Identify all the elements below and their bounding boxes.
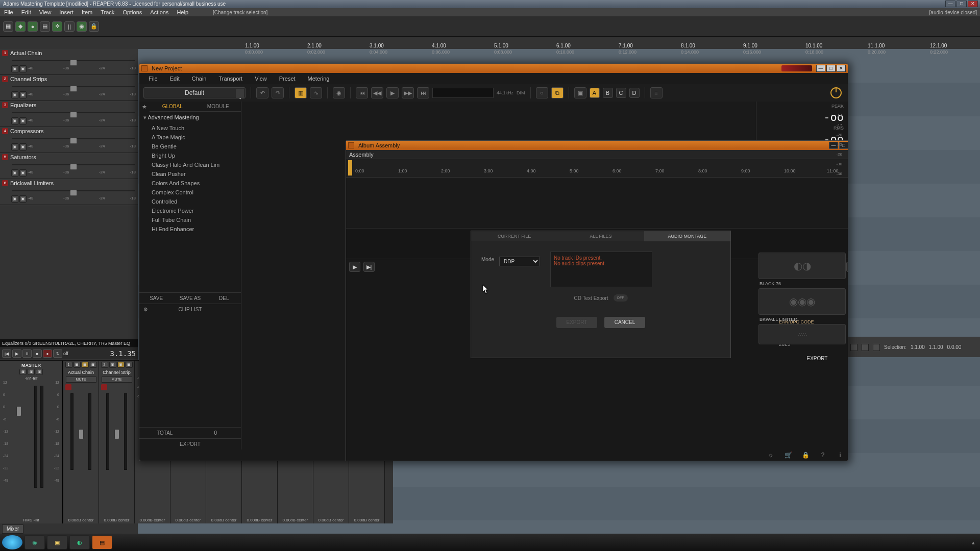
sidebar-item[interactable]: Classy Halo And Clean Lim (139, 160, 241, 169)
wave-toggle[interactable]: ∿ (310, 87, 322, 98)
menu-item[interactable]: Item (78, 9, 96, 15)
delete-button[interactable]: DEL (207, 293, 241, 304)
taskbar[interactable]: ◉ ▣ ◐ ▤ ▴ (0, 534, 980, 551)
solo-button[interactable]: ▣ (19, 91, 27, 98)
dlg-tab-all[interactable]: ALL FILES (557, 231, 644, 241)
taskbar-chrome[interactable]: ◉ (24, 535, 45, 549)
menu-track[interactable]: Track (96, 9, 118, 15)
sidebar-item[interactable]: Be Gentle (139, 142, 241, 151)
cdtext-toggle[interactable]: OFF (614, 294, 628, 302)
help-icon[interactable]: ? (819, 452, 826, 459)
assembly-timeline[interactable]: 0:001:002:003:004:005:006:007:008:009:00… (346, 159, 848, 178)
close-button[interactable]: ✕ (968, 1, 978, 7)
plugin-minimize[interactable]: — (816, 65, 825, 72)
sidebar-item[interactable]: Clean Pusher (139, 169, 241, 179)
sidebar-item[interactable]: A New Touch (139, 123, 241, 133)
sel-c[interactable]: 0.0.00 (947, 344, 962, 350)
preset-select[interactable]: Default ▴▾ (143, 87, 246, 98)
lock-icon[interactable]: 🔒 (89, 21, 99, 32)
mode-select[interactable]: DDP (499, 257, 540, 266)
mixer-channel[interactable]: 2▣▣▣Channel StripMUTE0.00dB center (99, 361, 135, 523)
chevron-up-icon[interactable]: ▴ (236, 89, 244, 93)
assembly-track-area[interactable] (346, 178, 848, 229)
list-button[interactable]: ≡ (650, 87, 663, 98)
plug-menu-chain[interactable]: Chain (187, 74, 212, 83)
favorite-icon[interactable]: ★ (139, 102, 150, 112)
volume-fader[interactable] (70, 164, 77, 170)
dlg-tab-montage[interactable]: AUDIO MONTAGE (644, 231, 730, 241)
plugin-maximize[interactable]: □ (826, 65, 836, 72)
prev[interactable]: ◀◀ (371, 87, 383, 98)
toolbar-btn[interactable]: ◆ (15, 21, 26, 32)
plugin-titlebar[interactable]: New Project — □ ✕ (139, 64, 848, 73)
plugin-close[interactable]: ✕ (837, 65, 846, 72)
skip-start[interactable]: ⏮ (356, 87, 368, 98)
sidebar-item[interactable]: Colors And Shapes (139, 179, 241, 188)
transport-pause[interactable]: ⏸ (22, 349, 32, 358)
solo-button[interactable]: ▣ (19, 143, 27, 151)
info-export[interactable]: EXPORT (779, 354, 848, 363)
ab-d[interactable]: D (629, 88, 640, 98)
sidebar-item[interactable]: Electronic Power (139, 206, 241, 215)
mixer-tab[interactable]: Mixer (2, 524, 23, 534)
toolbar-btn[interactable]: || (64, 21, 75, 32)
info-icon[interactable]: i (837, 452, 844, 459)
module-thumb[interactable]: ◉◉◉ (758, 288, 846, 315)
toolbar-btn[interactable]: ▦ (3, 21, 13, 32)
taskbar-app[interactable]: ▤ (92, 535, 112, 549)
transport-start[interactable]: |◀ (2, 349, 11, 358)
chevron-down-icon[interactable]: ▾ (236, 93, 244, 98)
module-thumb[interactable]: ∴∵∴ (758, 324, 846, 344)
toolbar-btn[interactable]: ✲ (52, 21, 62, 32)
lock-icon[interactable]: 🔒 (802, 452, 809, 459)
dlg-export-button[interactable]: EXPORT (556, 317, 597, 328)
sidebar-item[interactable]: Controlled (139, 197, 241, 206)
channel-fader[interactable] (79, 429, 84, 439)
taskbar-app[interactable]: ◐ (69, 535, 90, 549)
ab-b[interactable]: B (603, 88, 613, 98)
save-button[interactable]: SAVE (139, 293, 173, 304)
mute-button[interactable]: ▣ (11, 195, 18, 203)
sidebar-item[interactable]: A Tape Magic (139, 133, 241, 142)
ab-c[interactable]: C (616, 88, 626, 98)
menu-actions[interactable]: Actions (146, 9, 173, 15)
assembly-titlebar[interactable]: Album Assembly — □ ✕ (346, 141, 848, 150)
sidebar-item[interactable]: Bright Up (139, 151, 241, 160)
module-thumb[interactable]: ◐◑ (758, 253, 846, 279)
mute-button[interactable]: ▣ (11, 65, 18, 72)
solo-button[interactable]: ▣ (19, 195, 27, 203)
zoom-out[interactable]: − (846, 262, 848, 272)
track-header[interactable]: 6Brickwall Limiters▣▣-48-36-24-18 (0, 179, 138, 205)
solo-button[interactable]: ▣ (19, 169, 27, 177)
transport-off[interactable]: off (63, 351, 68, 356)
link-button[interactable]: ⧉ (551, 87, 564, 98)
master-fader[interactable] (16, 406, 21, 416)
plug-menu-metering[interactable]: Metering (303, 74, 335, 83)
transport-loop[interactable]: ↻ (53, 349, 62, 358)
settings-icon[interactable]: ☼ (767, 452, 774, 459)
ab-a[interactable]: A (590, 88, 600, 98)
plug-menu-transport[interactable]: Transport (213, 74, 248, 83)
record-button[interactable]: ◉ (333, 87, 345, 98)
system-tray[interactable]: ▴ (972, 539, 980, 546)
maximize-button[interactable]: □ (957, 1, 967, 7)
menu-insert[interactable]: Insert (55, 9, 78, 15)
toolbar-btn[interactable]: ◉ (77, 21, 87, 32)
module-toggle[interactable]: ▥ (295, 87, 307, 98)
volume-fader[interactable] (70, 60, 77, 66)
plug-menu-view[interactable]: View (250, 74, 272, 83)
sidebar-tab-global[interactable]: GLOBAL (150, 102, 195, 112)
cliplist-button[interactable]: ⚙ CLIP LIST (139, 304, 241, 315)
taskbar-explorer[interactable]: ▣ (47, 535, 67, 549)
sidebar-category[interactable]: Advanced Mastering (139, 112, 241, 123)
assembly-play[interactable]: ▶ (349, 262, 360, 272)
plug-menu-preset[interactable]: Preset (274, 74, 301, 83)
sel-btn[interactable] (850, 344, 857, 351)
sel-btn[interactable] (873, 344, 880, 351)
volume-fader[interactable] (70, 190, 77, 196)
volume-fader[interactable] (70, 86, 77, 92)
sidebar-item[interactable]: Full Tube Chain (139, 215, 241, 224)
playhead[interactable] (348, 160, 352, 176)
next[interactable]: ▶▶ (402, 87, 414, 98)
sel-a[interactable]: 1.1.00 (911, 344, 925, 350)
